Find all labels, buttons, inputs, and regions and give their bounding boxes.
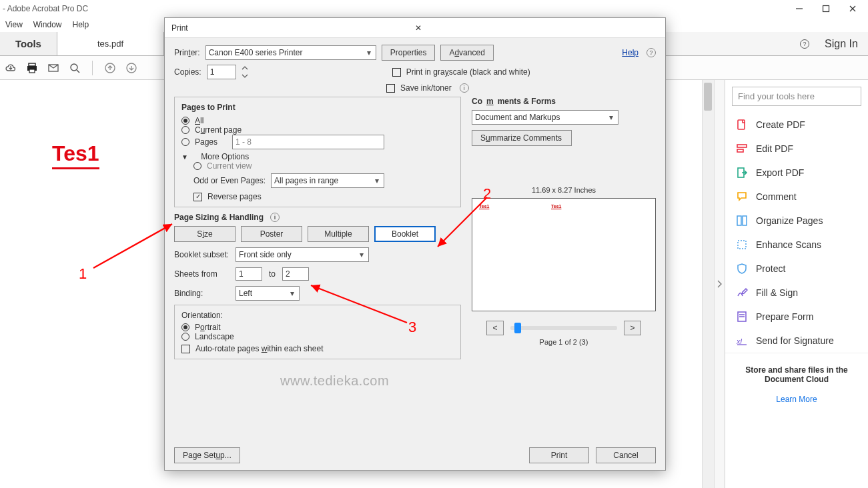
radio-pages-label: Pages — [195, 137, 218, 147]
autorotate-checkbox[interactable] — [181, 345, 190, 353]
tool-label: Organize Pages — [756, 215, 823, 226]
radio-current-view[interactable] — [193, 162, 201, 170]
help-info-icon[interactable]: ? — [646, 48, 656, 57]
tool-item-enhance-scans[interactable]: Enhance Scans — [725, 233, 868, 257]
tool-item-comment[interactable]: Comment — [725, 185, 868, 209]
tool-label: Fill & Sign — [756, 287, 798, 298]
toolbar-separator — [92, 61, 93, 75]
dialog-close-button[interactable]: ✕ — [411, 23, 659, 33]
copies-stepper[interactable] — [242, 65, 248, 79]
app-title: - Adobe Acrobat Pro DC — [3, 4, 787, 13]
pages-range-input[interactable]: 1 - 8 — [232, 135, 384, 149]
sheets-from-input[interactable]: 1 — [236, 267, 262, 281]
radio-portrait[interactable] — [181, 323, 189, 331]
radio-currentview-row: Current view — [193, 161, 454, 171]
page-setup-button[interactable]: Page Setup... — [174, 447, 240, 463]
tool-item-organize-pages[interactable]: Organize Pages — [725, 209, 868, 233]
reverse-pages-checkbox[interactable]: ✓ — [193, 193, 202, 201]
radio-currentview-label: Current view — [207, 161, 252, 171]
radio-pages[interactable] — [181, 138, 189, 146]
svg-rect-4 — [29, 63, 35, 66]
saveink-checkbox[interactable] — [386, 84, 395, 93]
tab-booklet[interactable]: Booklet — [374, 226, 436, 242]
fill-sign-icon — [736, 287, 748, 299]
pages-to-print-title: Pages to Print — [181, 103, 454, 112]
binding-select[interactable]: Left▾ — [236, 286, 300, 301]
sign-in-link[interactable]: Sign In — [815, 32, 868, 55]
radio-current-page[interactable] — [181, 126, 189, 134]
page-down-icon[interactable] — [125, 61, 138, 75]
pages-to-print-group: Pages to Print All Current page Pages 1 … — [174, 97, 461, 207]
preview-box: Tes1 Tes1 — [472, 198, 656, 311]
svg-rect-6 — [29, 69, 35, 73]
tool-item-send-signature[interactable]: xl Send for Signature — [725, 329, 868, 353]
print-icon[interactable] — [25, 61, 39, 75]
preview-slider[interactable] — [510, 326, 617, 330]
comments-forms-section: Comments & Forms Document and Markups▾ S… — [472, 97, 656, 146]
sizing-info-icon[interactable]: i — [270, 213, 280, 222]
svg-rect-12 — [738, 120, 745, 129]
copies-input[interactable]: 1 — [207, 65, 236, 79]
learn-more-link[interactable]: Learn More — [725, 391, 868, 408]
tool-item-prepare-form[interactable]: Prepare Form — [725, 305, 868, 329]
minimize-button[interactable] — [787, 1, 812, 17]
comments-forms-title: Comments & Forms — [472, 97, 656, 106]
comments-forms-select[interactable]: Document and Markups▾ — [472, 110, 618, 125]
next-page-button[interactable]: > — [624, 321, 641, 335]
tab-tools[interactable]: Tools — [0, 32, 57, 55]
menu-help[interactable]: Help — [72, 20, 89, 29]
menu-view[interactable]: View — [5, 20, 23, 29]
more-options-toggle[interactable]: ▼ More Options — [181, 152, 454, 161]
print-button[interactable]: Print — [529, 447, 589, 463]
tool-item-fill-sign[interactable]: Fill & Sign — [725, 281, 868, 305]
tool-item-protect[interactable]: Protect — [725, 257, 868, 281]
summarize-comments-button[interactable]: Summarize Comments — [472, 130, 572, 146]
prev-page-button[interactable]: < — [486, 321, 504, 335]
prepare-form-icon — [736, 311, 748, 323]
reverse-row: ✓ Reverse pages — [193, 192, 454, 201]
menu-window[interactable]: Window — [33, 20, 62, 29]
properties-button[interactable]: Properties — [382, 45, 436, 61]
maximize-button[interactable] — [813, 1, 839, 17]
radio-landscape[interactable] — [181, 333, 189, 341]
mail-icon[interactable] — [47, 61, 60, 75]
sheets-to-input[interactable]: 2 — [282, 267, 309, 281]
tool-item-edit-pdf[interactable]: Edit PDF — [725, 137, 868, 161]
top-help-icon[interactable]: ? — [792, 32, 815, 55]
expand-right-panel[interactable] — [714, 80, 725, 488]
grayscale-checkbox[interactable] — [392, 68, 401, 77]
page-up-icon[interactable] — [103, 61, 117, 75]
booklet-subset-select[interactable]: Front side only▾ — [236, 247, 369, 262]
tools-search-input[interactable]: Find your tools here — [732, 87, 861, 106]
radio-all[interactable] — [181, 117, 189, 125]
window-controls — [787, 1, 865, 17]
svg-rect-13 — [737, 145, 747, 147]
protect-icon — [736, 263, 748, 275]
save-cloud-icon[interactable] — [4, 61, 17, 75]
saveink-info-icon[interactable]: i — [460, 83, 469, 93]
radio-pages-row: Pages 1 - 8 — [181, 135, 454, 149]
help-link[interactable]: Help — [622, 48, 638, 57]
odd-even-select[interactable]: All pages in range▾ — [271, 173, 384, 188]
search-icon[interactable] — [68, 61, 81, 75]
tool-item-export-pdf[interactable]: Export PDF — [725, 161, 868, 185]
close-button[interactable] — [840, 1, 865, 17]
dialog-columns: Pages to Print All Current page Pages 1 … — [174, 97, 656, 434]
radio-current-row: Current page — [181, 125, 454, 135]
printer-select[interactable]: Canon E400 series Printer▾ — [205, 45, 376, 60]
preview-page-counter: Page 1 of 2 (3) — [472, 338, 656, 346]
svg-rect-17 — [743, 216, 747, 225]
tool-item-create-pdf[interactable]: Create PDF — [725, 113, 868, 137]
vertical-scrollbar[interactable] — [702, 80, 714, 488]
scrollbar-thumb[interactable] — [704, 83, 712, 111]
slider-handle[interactable] — [514, 323, 521, 333]
tab-size[interactable]: Size — [174, 226, 236, 242]
tab-poster[interactable]: Poster — [241, 226, 302, 242]
tab-multiple[interactable]: Multiple — [308, 226, 369, 242]
tab-file[interactable]: tes.pdf — [57, 32, 164, 55]
preview-dimensions: 11.69 x 8.27 Inches — [472, 186, 656, 194]
tool-label: Prepare Form — [756, 311, 813, 322]
tool-label: Enhance Scans — [756, 239, 821, 250]
advanced-button[interactable]: Advanced — [440, 45, 493, 61]
cancel-button[interactable]: Cancel — [596, 447, 656, 463]
